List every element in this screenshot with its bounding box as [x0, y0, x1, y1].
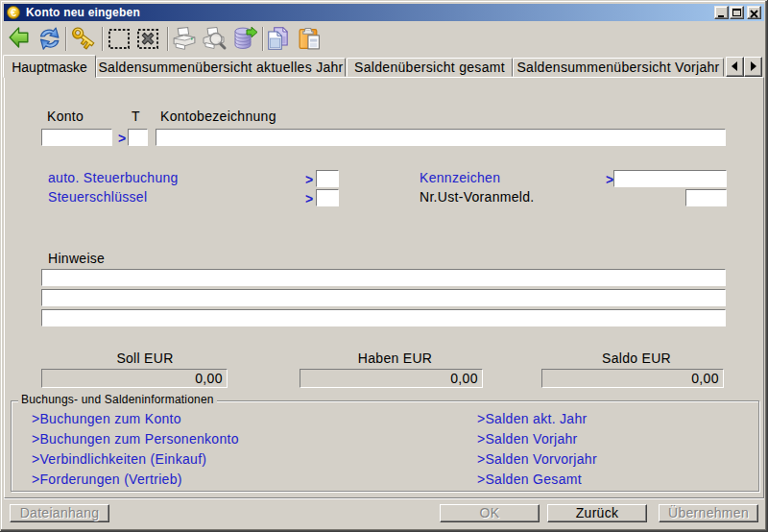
svg-text:€: € — [11, 7, 16, 18]
